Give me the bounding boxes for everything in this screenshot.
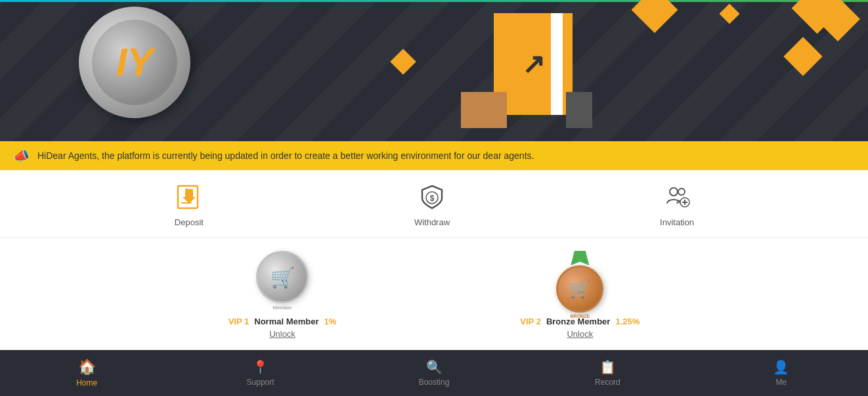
svg-text:$: $ bbox=[430, 194, 435, 203]
deposit-svg bbox=[176, 184, 202, 210]
record-icon: 📋 bbox=[599, 359, 616, 375]
invitation-label: Invitation bbox=[660, 217, 694, 227]
vip2-level: VIP 2 bbox=[520, 317, 541, 326]
withdraw-icon-wrapper: $ bbox=[417, 182, 447, 212]
nav-record-label: Record bbox=[595, 378, 620, 387]
megaphone-icon: 📣 bbox=[13, 148, 30, 164]
me-icon: 👤 bbox=[773, 359, 789, 375]
nav-support-label: Support bbox=[247, 378, 274, 387]
hero-banner: IY ↗ bbox=[0, 0, 868, 141]
deposit-icon-wrapper bbox=[174, 182, 204, 212]
nav-home-label: Home bbox=[76, 378, 97, 387]
hero-coin-illustration: IY bbox=[79, 7, 197, 125]
vip2-circle: 🛒 bbox=[556, 265, 603, 313]
vip1-medal: 🛒 Member bbox=[253, 251, 312, 310]
diamond-decor-3 bbox=[719, 3, 739, 24]
svg-point-8 bbox=[678, 188, 685, 195]
diamond-decor-5 bbox=[783, 37, 822, 76]
nav-support[interactable]: 📍 Support bbox=[173, 350, 347, 396]
nav-boosting-label: Boosting bbox=[419, 378, 450, 387]
vip1-info: VIP 1 Normal Member 1% bbox=[228, 317, 337, 326]
home-icon: 🏠 bbox=[78, 359, 96, 376]
diamond-decor-2 bbox=[632, 0, 678, 33]
hero-box-illustration: ↗ bbox=[494, 13, 573, 115]
vip2-ribbon bbox=[571, 251, 589, 265]
bottom-nav: 🏠 Home 📍 Support 🔍 Boosting 📋 Record 👤 M… bbox=[0, 350, 868, 396]
vip1-rate: 1% bbox=[324, 317, 337, 326]
svg-marker-1 bbox=[183, 189, 196, 204]
notification-text: HiDear Agents, the platform is currently… bbox=[37, 150, 534, 161]
notification-bar: 📣 HiDear Agents, the platform is current… bbox=[0, 141, 868, 170]
vip-card-2: 🛒 BRONZE VIP 2 Bronze Member 1.25% Unloc… bbox=[428, 251, 731, 339]
vip2-unlock[interactable]: Unlock bbox=[567, 329, 593, 339]
support-icon: 📍 bbox=[252, 359, 269, 375]
invitation-icon-wrapper bbox=[662, 182, 692, 212]
nav-boosting[interactable]: 🔍 Boosting bbox=[347, 350, 521, 396]
svg-rect-3 bbox=[181, 202, 192, 204]
vip1-level: VIP 1 bbox=[228, 317, 250, 326]
diamond-decor-4 bbox=[390, 49, 416, 75]
withdraw-label: Withdraw bbox=[414, 217, 450, 227]
vip2-medal: 🛒 BRONZE bbox=[550, 251, 609, 310]
withdraw-svg: $ bbox=[419, 184, 445, 210]
nav-me[interactable]: 👤 Me bbox=[695, 350, 868, 396]
boosting-icon: 🔍 bbox=[426, 359, 443, 375]
progress-bar bbox=[0, 0, 868, 2]
deposit-action[interactable]: Deposit bbox=[69, 182, 309, 227]
vip1-name: Normal Member bbox=[254, 317, 318, 326]
svg-point-7 bbox=[670, 188, 678, 196]
vip2-rate: 1.25% bbox=[615, 317, 640, 326]
quick-actions: Deposit $ Withdraw bbox=[0, 170, 868, 238]
coin-symbol: IY bbox=[116, 43, 154, 82]
withdraw-action[interactable]: $ Withdraw bbox=[309, 182, 555, 227]
vip-section: 🛒 Member VIP 1 Normal Member 1% Unlock 🛒… bbox=[0, 238, 868, 339]
invitation-action[interactable]: Invitation bbox=[555, 182, 799, 227]
vip1-unlock[interactable]: Unlock bbox=[269, 329, 295, 339]
invitation-svg bbox=[664, 184, 690, 210]
vip-card-1: 🛒 Member VIP 1 Normal Member 1% Unlock bbox=[137, 251, 429, 339]
deposit-label: Deposit bbox=[175, 217, 204, 227]
nav-home[interactable]: 🏠 Home bbox=[0, 350, 173, 396]
nav-record[interactable]: 📋 Record bbox=[521, 350, 694, 396]
nav-me-label: Me bbox=[775, 378, 787, 387]
